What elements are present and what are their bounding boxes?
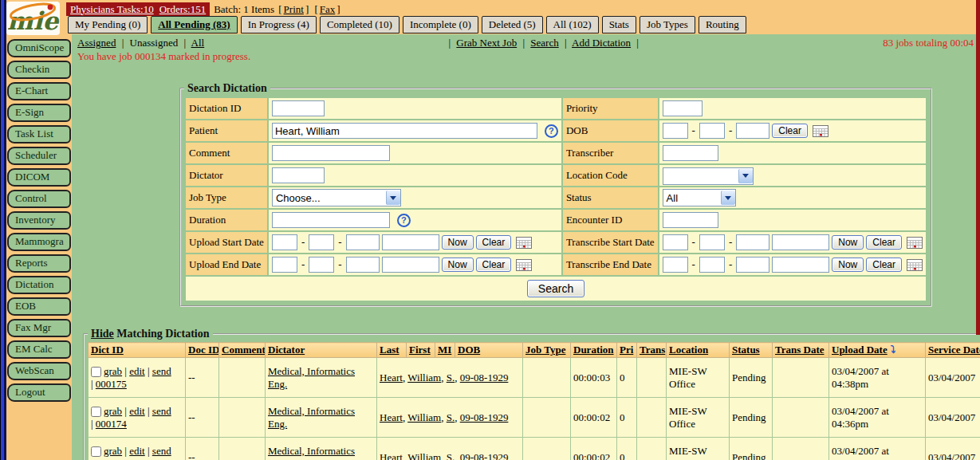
transcribe-start-year-input[interactable] xyxy=(736,234,769,250)
transcribe-end-calendar-icon[interactable] xyxy=(907,259,923,271)
patient-dob-link[interactable]: 09-08-1929 xyxy=(460,451,509,460)
sort-link-upload-date[interactable]: Upload Date xyxy=(832,344,888,356)
sort-link-trans-date[interactable]: Trans Date xyxy=(775,344,825,356)
grab-link[interactable]: grab xyxy=(104,405,122,417)
patient-input[interactable] xyxy=(272,123,537,139)
tab-job-types[interactable]: Job Types xyxy=(640,16,695,33)
dictation-id-link[interactable]: 000174 xyxy=(96,418,127,430)
transcribe-start-time-input[interactable] xyxy=(772,234,829,250)
upload-start-clear-button[interactable]: Clear xyxy=(476,235,512,250)
upload-end-calendar-icon[interactable] xyxy=(516,259,532,271)
sidebar-item-e-sign[interactable]: E-Sign xyxy=(7,104,71,122)
sidebar-item-mammogra[interactable]: Mammogra xyxy=(7,233,71,251)
hide-link[interactable]: Hide xyxy=(91,328,114,340)
patient-first-link[interactable]: William xyxy=(407,372,441,383)
sort-link-service-date[interactable]: Service Date xyxy=(928,344,980,356)
duration-input[interactable] xyxy=(272,212,390,228)
sort-link-trans[interactable]: Trans xyxy=(640,344,665,356)
dictation-id-link[interactable]: 000175 xyxy=(96,378,127,390)
orders-link[interactable]: Orders:151 xyxy=(159,3,207,16)
print-link[interactable]: Print xyxy=(284,3,304,15)
dob-clear-button[interactable]: Clear xyxy=(772,124,808,138)
sidebar-item-reports[interactable]: Reports xyxy=(7,254,71,273)
tab-in-progress-4[interactable]: In Progress (4) xyxy=(241,16,317,33)
transcribe-start-calendar-icon[interactable] xyxy=(907,237,923,249)
dictator-link[interactable]: Medical, Informatics Eng. xyxy=(268,405,355,430)
upload-start-time-input[interactable] xyxy=(382,234,439,250)
patient-last-link[interactable]: Heart xyxy=(380,411,403,423)
sidebar-item-webscan[interactable]: WebScan xyxy=(7,362,71,380)
upload-start-year-input[interactable] xyxy=(346,234,380,250)
tab-incomplete-0[interactable]: Incomplete (0) xyxy=(403,16,478,33)
sort-link-last[interactable]: Last xyxy=(380,344,399,356)
search-button[interactable]: Search xyxy=(527,280,584,297)
transcribe-start-clear-button[interactable]: Clear xyxy=(866,235,902,250)
upload-start-now-button[interactable]: Now xyxy=(442,235,474,250)
tab-all-102[interactable]: All (102) xyxy=(546,16,599,33)
sidebar-item-logout[interactable]: Logout xyxy=(7,383,71,402)
patient-dob-link[interactable]: 09-08-1929 xyxy=(460,372,509,383)
sort-link-mi[interactable]: MI xyxy=(438,344,451,356)
send-link[interactable]: send xyxy=(152,445,171,457)
patient-mi-link[interactable]: S. xyxy=(447,411,455,423)
status-select[interactable]: All xyxy=(663,189,736,206)
job-type-select[interactable]: Choose... xyxy=(272,189,401,206)
sort-link-status[interactable]: Status xyxy=(732,344,760,356)
sidebar-item-eob[interactable]: EOB xyxy=(7,297,71,316)
dob-day-input[interactable] xyxy=(699,123,725,139)
dob-calendar-icon[interactable] xyxy=(813,125,828,137)
sidebar-item-dicom[interactable]: DICOM xyxy=(7,168,71,187)
patient-mi-link[interactable]: S. xyxy=(447,372,455,383)
sidebar-item-scheduler[interactable]: Scheduler xyxy=(7,147,71,165)
upload-start-day-input[interactable] xyxy=(309,234,334,250)
patient-help-icon[interactable]: ? xyxy=(545,124,558,138)
sort-link-pri[interactable]: Pri xyxy=(620,344,633,356)
send-link[interactable]: send xyxy=(152,365,171,377)
grab-link[interactable]: grab xyxy=(104,445,122,457)
sidebar-item-omniscope[interactable]: OmniScope xyxy=(7,39,71,57)
sort-link-comment[interactable]: Comment xyxy=(222,344,266,356)
grab-next-job-link[interactable]: Grab Next Job xyxy=(456,37,517,49)
edit-link[interactable]: edit xyxy=(129,405,145,417)
add-dictation-link[interactable]: Add Dictation xyxy=(572,37,631,49)
transcribe-end-day-input[interactable] xyxy=(699,257,725,273)
tab-routing[interactable]: Routing xyxy=(699,16,746,33)
dictator-link[interactable]: Medical, Informatics Eng. xyxy=(268,365,355,390)
sidebar-item-task-list[interactable]: Task List xyxy=(7,125,71,144)
location-code-select[interactable] xyxy=(663,167,754,185)
tab-completed-10[interactable]: Completed (10) xyxy=(320,16,399,33)
upload-start-month-input[interactable] xyxy=(272,234,297,250)
sort-link-first[interactable]: First xyxy=(409,344,431,356)
upload-end-day-input[interactable] xyxy=(309,257,334,273)
patient-last-link[interactable]: Heart xyxy=(380,451,403,460)
upload-end-month-input[interactable] xyxy=(272,257,297,273)
tab-all-pending-83[interactable]: All Pending (83) xyxy=(151,16,237,33)
patient-first-link[interactable]: William xyxy=(407,451,441,460)
sidebar-item-inventory[interactable]: Inventory xyxy=(7,211,71,230)
row-checkbox[interactable] xyxy=(91,446,101,457)
fax-link[interactable]: Fax xyxy=(320,3,336,15)
sidebar-item-em-calc[interactable]: EM Calc xyxy=(7,340,71,359)
upload-start-calendar-icon[interactable] xyxy=(516,237,532,249)
transcribe-end-year-input[interactable] xyxy=(736,257,769,273)
dob-month-input[interactable] xyxy=(663,123,688,139)
patient-last-link[interactable]: Heart xyxy=(380,372,403,383)
assigned-link[interactable]: Assigned xyxy=(77,37,116,49)
patient-first-link[interactable]: William xyxy=(407,411,441,423)
sidebar-item-checkin[interactable]: Checkin xyxy=(7,61,71,79)
transcribe-end-month-input[interactable] xyxy=(663,257,688,273)
dob-year-input[interactable] xyxy=(736,123,769,139)
upload-end-now-button[interactable]: Now xyxy=(442,258,474,272)
duration-help-icon[interactable]: ? xyxy=(397,214,411,227)
transcribe-end-time-input[interactable] xyxy=(772,257,829,273)
priority-input[interactable] xyxy=(663,100,703,116)
sidebar-item-fax-mgr[interactable]: Fax Mgr xyxy=(7,319,71,337)
send-link[interactable]: send xyxy=(152,405,171,417)
tab-deleted-5[interactable]: Deleted (5) xyxy=(482,16,543,33)
grab-link[interactable]: grab xyxy=(104,365,122,377)
edit-link[interactable]: edit xyxy=(129,445,145,457)
dictator-link[interactable]: Medical, Informatics Eng. xyxy=(268,445,355,460)
sort-link-doc-id[interactable]: Doc ID xyxy=(188,344,219,356)
edit-link[interactable]: edit xyxy=(129,365,145,377)
transcribe-start-month-input[interactable] xyxy=(663,234,688,250)
